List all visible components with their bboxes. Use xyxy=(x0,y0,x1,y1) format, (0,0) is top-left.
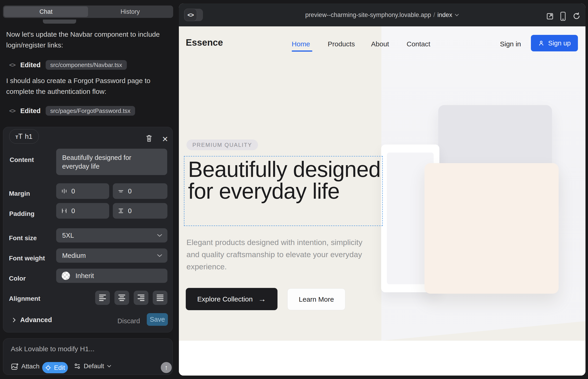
font-size-select[interactable]: 5XL xyxy=(56,228,167,242)
align-justify-icon xyxy=(157,295,164,301)
close-icon[interactable]: ✕ xyxy=(162,135,168,144)
font-weight-select[interactable]: Medium xyxy=(56,249,167,263)
explore-collection-button[interactable]: Explore Collection → xyxy=(186,288,278,310)
preview-window: <> preview--charming-site-symphony.lovab… xyxy=(179,3,586,376)
content-label: Content xyxy=(10,156,34,164)
nav-link-products[interactable]: Products xyxy=(328,40,355,48)
edit-mode-button[interactable]: Edit xyxy=(42,362,68,373)
user-icon xyxy=(538,40,544,46)
edited-row: <> Edited src/components/Navbar.tsx xyxy=(9,60,127,70)
attach-image-icon xyxy=(11,363,19,370)
margin-y-input[interactable]: 0 xyxy=(113,183,167,199)
sliders-icon xyxy=(74,363,81,370)
file-badge[interactable]: src/components/Navbar.tsx xyxy=(46,60,127,70)
sign-up-button[interactable]: Sign up xyxy=(531,35,578,51)
chevron-right-icon xyxy=(12,317,16,323)
hero-headline[interactable]: Beautifully designed for everyday life xyxy=(188,158,381,202)
chevron-down-icon xyxy=(157,254,162,257)
padding-x-icon xyxy=(61,208,67,214)
chevron-down-icon xyxy=(454,14,459,16)
site-logo[interactable]: Essence xyxy=(186,37,223,48)
code-icon: <> xyxy=(9,107,15,114)
align-right-icon xyxy=(138,295,144,301)
site-canvas: Essence Home Products About Contact Sign… xyxy=(179,26,586,376)
font-size-label: Font size xyxy=(9,235,37,242)
padding-y-input[interactable]: 0 xyxy=(113,203,167,219)
align-right-button[interactable] xyxy=(134,291,148,305)
arrow-up-icon: ↑ xyxy=(165,364,168,371)
advanced-toggle[interactable]: Advanced xyxy=(12,316,52,324)
alignment-label: Alignment xyxy=(9,295,40,302)
nav-link-home[interactable]: Home xyxy=(292,40,310,48)
align-left-icon xyxy=(99,295,106,301)
learn-more-button[interactable]: Learn More xyxy=(287,288,345,310)
chat-message: Now let's update the Navbar component to… xyxy=(6,29,167,50)
element-tag: h1 xyxy=(25,133,32,141)
align-justify-button[interactable] xyxy=(153,291,167,305)
typography-icon: TT xyxy=(15,132,22,141)
url-bar[interactable]: preview--charming-site-symphony.lovable.… xyxy=(179,3,586,26)
chevron-down-icon xyxy=(157,234,162,237)
open-external-icon[interactable] xyxy=(546,12,554,20)
padding-label: Padding xyxy=(9,210,34,218)
url-host: preview--charming-site-symphony.lovable.… xyxy=(305,12,431,19)
delete-icon[interactable] xyxy=(145,134,153,142)
align-center-icon xyxy=(118,295,125,301)
hero-paragraph: Elegant products designed with intention… xyxy=(186,236,370,273)
font-weight-label: Font weight xyxy=(9,255,45,262)
mode-select[interactable]: Default xyxy=(74,363,111,370)
sign-in-link[interactable]: Sign in xyxy=(500,40,521,48)
decor-card-cream xyxy=(424,163,559,294)
target-icon xyxy=(45,364,51,371)
site-lower-section xyxy=(179,341,586,376)
margin-label: Margin xyxy=(9,190,30,197)
edited-label: Edited xyxy=(20,61,41,69)
nav-link-contact[interactable]: Contact xyxy=(407,40,430,48)
hero-badge: PREMIUM QUALITY xyxy=(186,140,258,150)
refresh-icon[interactable] xyxy=(573,12,581,20)
attach-button[interactable]: Attach xyxy=(11,363,39,370)
tab-chat[interactable]: Chat xyxy=(4,6,88,17)
file-badge[interactable]: src/pages/ForgotPassword.tsx xyxy=(46,106,135,116)
padding-y-icon xyxy=(118,208,124,214)
tab-history[interactable]: History xyxy=(88,6,172,17)
url-separator: / xyxy=(433,12,435,19)
nav-link-about[interactable]: About xyxy=(371,40,389,48)
edited-label: Edited xyxy=(20,107,41,115)
align-left-button[interactable] xyxy=(95,291,110,305)
edited-row: <> Edited src/pages/ForgotPassword.tsx xyxy=(9,106,135,116)
content-input[interactable]: Beautifully designed for everyday life xyxy=(56,149,167,175)
padding-x-input[interactable]: 0 xyxy=(56,203,109,219)
margin-y-icon xyxy=(118,188,124,194)
chevron-down-icon xyxy=(107,365,111,367)
margin-x-input[interactable]: 0 xyxy=(56,183,109,199)
chat-message: I should also create a Forgot Password p… xyxy=(6,75,167,97)
code-icon: <> xyxy=(9,62,15,69)
url-page: index xyxy=(437,12,452,19)
arrow-right-icon: → xyxy=(258,295,266,303)
chat-composer[interactable]: Ask Lovable to modify H1... Attach Edit … xyxy=(3,338,173,375)
send-button[interactable]: ↑ xyxy=(161,362,172,373)
selected-element-badge: TT h1 xyxy=(9,129,39,144)
composer-placeholder[interactable]: Ask Lovable to modify H1... xyxy=(11,345,94,353)
color-select[interactable]: Inherit xyxy=(56,269,167,283)
transparency-swatch xyxy=(62,272,70,280)
color-label: Color xyxy=(9,275,26,282)
margin-x-icon xyxy=(61,188,67,194)
mobile-view-icon[interactable] xyxy=(560,12,566,21)
save-button[interactable]: Save xyxy=(147,313,168,326)
discard-button[interactable]: Discard xyxy=(117,317,140,325)
nav-active-underline xyxy=(292,50,312,52)
element-editor-panel: TT h1 ✕ Content Beautifully designed for… xyxy=(3,127,173,332)
truncated-file-badge xyxy=(43,19,76,24)
align-center-button[interactable] xyxy=(114,291,129,305)
